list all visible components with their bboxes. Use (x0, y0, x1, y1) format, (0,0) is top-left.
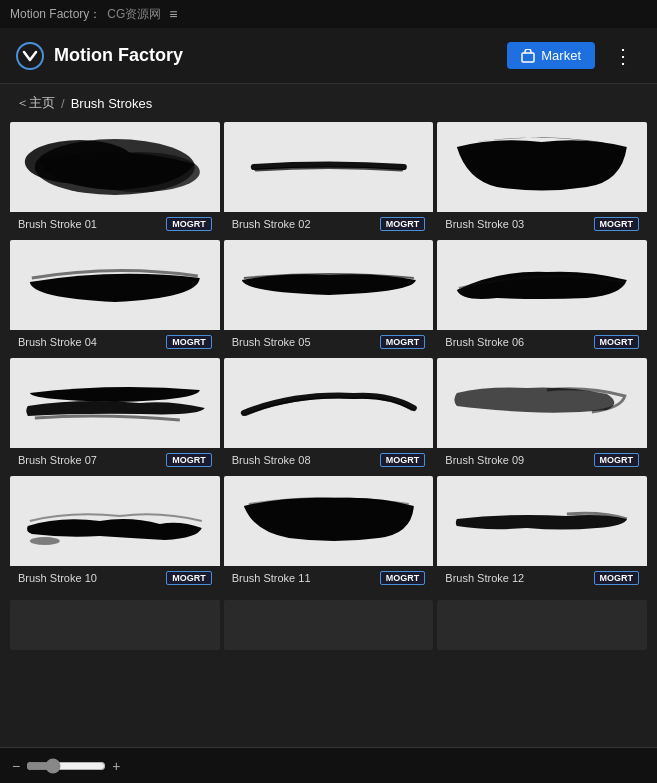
grid-item-5[interactable]: Brush Stroke 05MOGRT (224, 240, 434, 354)
grid-item-name-2: Brush Stroke 02 (232, 218, 311, 230)
mogrt-badge-4[interactable]: MOGRT (166, 335, 212, 349)
grid-item-name-4: Brush Stroke 04 (18, 336, 97, 348)
grid-item-empty-3 (437, 600, 647, 650)
grid-item-name-8: Brush Stroke 08 (232, 454, 311, 466)
grid-item-name-1: Brush Stroke 01 (18, 218, 97, 230)
breadcrumb-home[interactable]: ＜主页 (16, 94, 55, 112)
svg-point-5 (30, 537, 60, 545)
breadcrumb: ＜主页 / Brush Strokes (0, 84, 657, 122)
grid-item-footer-4: Brush Stroke 04MOGRT (10, 330, 220, 354)
grid-item-name-7: Brush Stroke 07 (18, 454, 97, 466)
grid-item-thumb-10 (10, 476, 220, 566)
mogrt-badge-8[interactable]: MOGRT (380, 453, 426, 467)
grid-item-footer-5: Brush Stroke 05MOGRT (224, 330, 434, 354)
market-button-label: Market (541, 48, 581, 63)
grid-item-4[interactable]: Brush Stroke 04MOGRT (10, 240, 220, 354)
grid-item-empty-2 (224, 600, 434, 650)
mogrt-badge-1[interactable]: MOGRT (166, 217, 212, 231)
top-bar: Motion Factory： CG资源网 ≡ (0, 0, 657, 28)
grid-item-thumb-9 (437, 358, 647, 448)
grid-item-8[interactable]: Brush Stroke 08MOGRT (224, 358, 434, 472)
grid-item-6[interactable]: Brush Stroke 06MOGRT (437, 240, 647, 354)
market-button[interactable]: Market (507, 42, 595, 69)
grid-item-thumb-1 (10, 122, 220, 212)
grid-item-empty-1 (10, 600, 220, 650)
svg-point-0 (17, 43, 43, 69)
grid-item-footer-12: Brush Stroke 12MOGRT (437, 566, 647, 590)
grid-item-1[interactable]: Brush Stroke 01MOGRT (10, 122, 220, 236)
mogrt-badge-9[interactable]: MOGRT (594, 453, 640, 467)
grid-item-name-9: Brush Stroke 09 (445, 454, 524, 466)
grid-item-footer-8: Brush Stroke 08MOGRT (224, 448, 434, 472)
grid-item-2[interactable]: Brush Stroke 02MOGRT (224, 122, 434, 236)
mogrt-badge-2[interactable]: MOGRT (380, 217, 426, 231)
top-bar-title: Motion Factory： (10, 6, 101, 23)
grid-item-name-3: Brush Stroke 03 (445, 218, 524, 230)
grid-item-12[interactable]: Brush Stroke 12MOGRT (437, 476, 647, 590)
grid-item-footer-3: Brush Stroke 03MOGRT (437, 212, 647, 236)
items-grid: Brush Stroke 01MOGRTBrush Stroke 02MOGRT… (0, 122, 657, 600)
grid-item-thumb-2 (224, 122, 434, 212)
grid-item-footer-1: Brush Stroke 01MOGRT (10, 212, 220, 236)
mogrt-badge-6[interactable]: MOGRT (594, 335, 640, 349)
grid-item-name-5: Brush Stroke 05 (232, 336, 311, 348)
mogrt-badge-5[interactable]: MOGRT (380, 335, 426, 349)
grid-item-thumb-4 (10, 240, 220, 330)
app-title: Motion Factory (54, 45, 507, 66)
mogrt-badge-10[interactable]: MOGRT (166, 571, 212, 585)
top-bar-menu-icon[interactable]: ≡ (169, 6, 177, 22)
grid-item-footer-9: Brush Stroke 09MOGRT (437, 448, 647, 472)
grid-item-footer-7: Brush Stroke 07MOGRT (10, 448, 220, 472)
mogrt-badge-7[interactable]: MOGRT (166, 453, 212, 467)
market-icon (521, 49, 535, 63)
grid-item-thumb-7 (10, 358, 220, 448)
grid-item-name-10: Brush Stroke 10 (18, 572, 97, 584)
grid-item-thumb-8 (224, 358, 434, 448)
zoom-slider[interactable] (26, 758, 106, 774)
grid-item-footer-6: Brush Stroke 06MOGRT (437, 330, 647, 354)
header: Motion Factory Market ⋮ (0, 28, 657, 84)
grid-item-footer-10: Brush Stroke 10MOGRT (10, 566, 220, 590)
grid-item-10[interactable]: Brush Stroke 10MOGRT (10, 476, 220, 590)
top-bar-subtitle: CG资源网 (107, 6, 161, 23)
grid-item-3[interactable]: Brush Stroke 03MOGRT (437, 122, 647, 236)
breadcrumb-separator: / (61, 96, 65, 111)
breadcrumb-current: Brush Strokes (71, 96, 153, 111)
grid-item-11[interactable]: Brush Stroke 11MOGRT (224, 476, 434, 590)
partial-row (0, 600, 657, 694)
mogrt-badge-3[interactable]: MOGRT (594, 217, 640, 231)
zoom-minus-button[interactable]: − (12, 758, 20, 774)
grid-item-footer-2: Brush Stroke 02MOGRT (224, 212, 434, 236)
grid-item-name-6: Brush Stroke 06 (445, 336, 524, 348)
more-options-button[interactable]: ⋮ (605, 40, 641, 72)
grid-item-thumb-6 (437, 240, 647, 330)
grid-item-thumb-12 (437, 476, 647, 566)
motion-factory-logo (16, 42, 44, 70)
grid-item-thumb-5 (224, 240, 434, 330)
mogrt-badge-11[interactable]: MOGRT (380, 571, 426, 585)
grid-item-name-11: Brush Stroke 11 (232, 572, 311, 584)
mogrt-badge-12[interactable]: MOGRT (594, 571, 640, 585)
grid-item-thumb-3 (437, 122, 647, 212)
grid-item-9[interactable]: Brush Stroke 09MOGRT (437, 358, 647, 472)
grid-item-thumb-11 (224, 476, 434, 566)
zoom-plus-button[interactable]: + (112, 758, 120, 774)
grid-item-footer-11: Brush Stroke 11MOGRT (224, 566, 434, 590)
bottom-bar: − + (0, 747, 657, 783)
grid-item-7[interactable]: Brush Stroke 07MOGRT (10, 358, 220, 472)
grid-item-name-12: Brush Stroke 12 (445, 572, 524, 584)
svg-rect-1 (522, 53, 534, 62)
